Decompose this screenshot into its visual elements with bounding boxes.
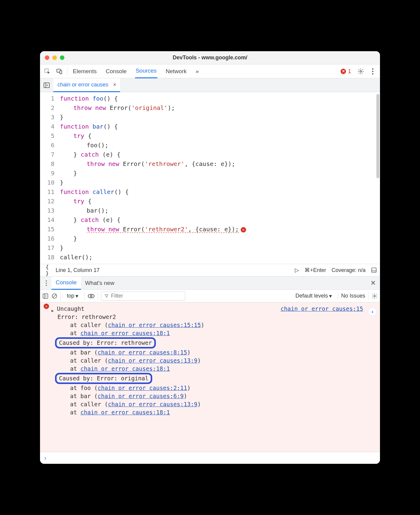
svg-point-11 xyxy=(46,280,47,281)
console-line: at bar (chain or error causes:6:9) xyxy=(57,392,380,400)
stack-source-link[interactable]: chain or error causes:15:15 xyxy=(108,322,201,328)
console-line: at caller (chain or error causes:15:15) xyxy=(57,321,380,329)
tab-elements[interactable]: Elements xyxy=(72,64,97,78)
maximize-window-button[interactable] xyxy=(60,55,64,60)
line-number-gutter: 123456789101112131415161718 xyxy=(40,92,59,264)
svg-rect-2 xyxy=(60,70,62,74)
console-line: Error: rethrower2 xyxy=(57,313,380,321)
close-window-button[interactable] xyxy=(45,55,49,60)
console-filter-input[interactable]: Filter xyxy=(101,292,185,301)
console-sidebar-toggle-icon[interactable] xyxy=(42,293,48,299)
close-file-tab-button[interactable]: × xyxy=(111,82,118,88)
console-prompt[interactable]: › xyxy=(40,452,380,464)
console-output[interactable]: ✕ chain or error causes:15 ✦ ▶ Uncaught … xyxy=(40,302,380,452)
caused-by-highlight: Caused by: Error: original xyxy=(55,373,152,384)
drawer-tab-whatsnew[interactable]: What's new xyxy=(81,276,119,290)
execution-context-select[interactable]: top ▾ xyxy=(64,292,81,300)
close-drawer-button[interactable]: ✕ xyxy=(367,279,379,287)
settings-icon[interactable] xyxy=(355,65,367,77)
log-levels-select[interactable]: Default levels ▾ xyxy=(292,292,335,300)
navigator-toggle-icon[interactable] xyxy=(40,82,53,88)
error-icon: ✕ xyxy=(341,69,346,74)
issues-label[interactable]: No Issues xyxy=(341,293,365,299)
drawer-menu-icon[interactable] xyxy=(41,280,51,286)
expand-toggle-icon[interactable]: ▶ xyxy=(51,307,54,315)
inspect-element-icon[interactable] xyxy=(41,65,53,77)
console-line: Caused by: Error: original xyxy=(57,373,380,384)
stack-source-link[interactable]: chain or error causes:18:1 xyxy=(80,409,170,416)
inline-error-icon[interactable]: ✕ xyxy=(241,227,246,233)
code-editor[interactable]: 123456789101112131415161718 function foo… xyxy=(40,92,380,264)
drawer-tab-console[interactable]: Console xyxy=(51,276,81,290)
svg-point-5 xyxy=(372,70,373,72)
file-tabstrip: chain or error causes × xyxy=(40,78,380,92)
svg-rect-9 xyxy=(372,268,376,273)
file-tab-label: chain or error causes xyxy=(57,82,108,88)
error-header: Uncaught xyxy=(52,305,85,312)
svg-rect-7 xyxy=(44,83,49,87)
console-toolbar: top ▾ Filter Default levels ▾ No Issues xyxy=(40,290,380,302)
svg-point-4 xyxy=(372,68,373,69)
editor-statusbar: { } Line 1, Column 17 ▷ ⌘+Enter Coverage… xyxy=(40,264,380,276)
svg-point-12 xyxy=(46,282,47,284)
svg-point-6 xyxy=(372,73,373,74)
cursor-position: Line 1, Column 17 xyxy=(56,267,100,273)
svg-line-17 xyxy=(53,295,56,298)
minimize-window-button[interactable] xyxy=(52,55,57,60)
svg-point-18 xyxy=(90,295,92,297)
live-expression-icon[interactable] xyxy=(88,294,95,298)
pretty-print-button[interactable]: { } xyxy=(43,264,51,276)
stack-source-link[interactable]: chain or error causes:18:1 xyxy=(80,365,170,372)
console-settings-icon[interactable] xyxy=(372,293,378,299)
coverage-label: Coverage: n/a xyxy=(332,267,366,273)
kebab-menu-icon[interactable] xyxy=(367,65,379,77)
run-snippet-button[interactable]: ▷ xyxy=(295,267,299,273)
tab-console[interactable]: Console xyxy=(105,64,127,78)
svg-point-3 xyxy=(360,70,362,72)
editor-scrollbar-thumb[interactable] xyxy=(376,94,379,178)
filter-icon xyxy=(104,294,109,298)
stack-source-link[interactable]: chain or error causes:13:9 xyxy=(108,401,197,407)
tab-overflow-button[interactable]: » xyxy=(195,64,199,78)
caused-by-highlight: Caused by: Error: rethrower xyxy=(55,337,156,348)
stack-source-link[interactable]: chain or error causes:18:1 xyxy=(80,330,170,336)
console-line: at chain or error causes:18:1 xyxy=(57,408,380,417)
console-line: Caused by: Error: rethrower xyxy=(57,337,380,348)
svg-rect-14 xyxy=(43,294,48,298)
tab-network[interactable]: Network xyxy=(165,64,187,78)
prompt-chevron-icon: › xyxy=(44,454,46,461)
console-line: at caller (chain or error causes:13:9) xyxy=(57,400,380,408)
run-shortcut-label: ⌘+Enter xyxy=(304,267,326,273)
main-toolbar: Elements Console Sources Network » ✕ 1 xyxy=(40,64,380,78)
drawer-tabstrip: Console What's new ✕ xyxy=(40,276,380,290)
console-line: at chain or error causes:18:1 xyxy=(57,365,380,373)
device-toolbar-icon[interactable] xyxy=(53,65,65,77)
chevron-down-icon: ▾ xyxy=(329,293,332,299)
dock-side-icon[interactable] xyxy=(371,267,377,273)
chevron-down-icon: ▾ xyxy=(76,293,78,299)
clear-console-icon[interactable] xyxy=(51,293,57,299)
svg-point-19 xyxy=(374,295,375,297)
stack-source-link[interactable]: chain or error causes:8:15 xyxy=(98,349,187,356)
stack-source-link[interactable]: chain or error causes:6:9 xyxy=(98,393,184,399)
window-title: DevTools - www.google.com/ xyxy=(40,55,380,61)
window-titlebar: DevTools - www.google.com/ xyxy=(40,51,380,64)
error-count-badge[interactable]: ✕ 1 xyxy=(341,68,351,75)
stack-source-link[interactable]: chain or error causes:2:11 xyxy=(98,385,187,391)
console-line: at caller (chain or error causes:13:9) xyxy=(57,357,380,365)
console-line: at chain or error causes:18:1 xyxy=(57,329,380,337)
console-line: at bar (chain or error causes:8:15) xyxy=(57,348,380,357)
stack-source-link[interactable]: chain or error causes:13:9 xyxy=(108,357,197,364)
svg-point-13 xyxy=(46,285,47,286)
devtools-window: DevTools - www.google.com/ Elements Cons… xyxy=(40,51,380,464)
window-controls xyxy=(45,55,64,60)
code-content[interactable]: function foo() {throw new Error('origina… xyxy=(59,92,246,264)
file-tab-active[interactable]: chain or error causes × xyxy=(53,78,120,92)
main-tabs: Elements Console Sources Network » xyxy=(72,64,199,78)
error-count: 1 xyxy=(348,68,351,75)
tab-sources[interactable]: Sources xyxy=(135,64,157,78)
console-line: at foo (chain or error causes:2:11) xyxy=(57,384,380,392)
